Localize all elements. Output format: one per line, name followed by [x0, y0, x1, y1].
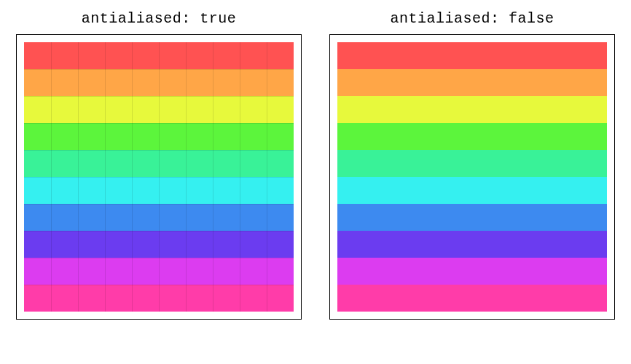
heatmap-row	[24, 285, 294, 312]
axes-right	[329, 34, 615, 320]
figure: antialiased: true antialiased: false	[0, 0, 631, 320]
heatmap-row	[337, 96, 607, 123]
heatmap-row	[337, 150, 607, 177]
heatmap-row	[24, 204, 294, 231]
heatmap-right	[337, 42, 607, 312]
title-left: antialiased: true	[82, 10, 237, 27]
heatmap-row	[24, 69, 294, 96]
heatmap-row	[337, 285, 607, 312]
heatmap-row	[24, 150, 294, 177]
panel-antialiased-true: antialiased: true	[16, 10, 302, 320]
heatmap-row	[337, 69, 607, 96]
title-right: antialiased: false	[390, 10, 554, 27]
heatmap-row	[24, 231, 294, 258]
axes-left	[16, 34, 302, 320]
heatmap-row	[337, 231, 607, 258]
heatmap-row	[337, 123, 607, 150]
heatmap-row	[337, 204, 607, 231]
heatmap-row	[24, 96, 294, 123]
panel-antialiased-false: antialiased: false	[329, 10, 615, 320]
heatmap-row	[24, 258, 294, 285]
heatmap-row	[337, 258, 607, 285]
heatmap-row	[24, 123, 294, 150]
heatmap-row	[337, 177, 607, 204]
heatmap-left	[24, 42, 294, 312]
heatmap-row	[24, 177, 294, 204]
heatmap-row	[337, 42, 607, 69]
heatmap-row	[24, 42, 294, 69]
